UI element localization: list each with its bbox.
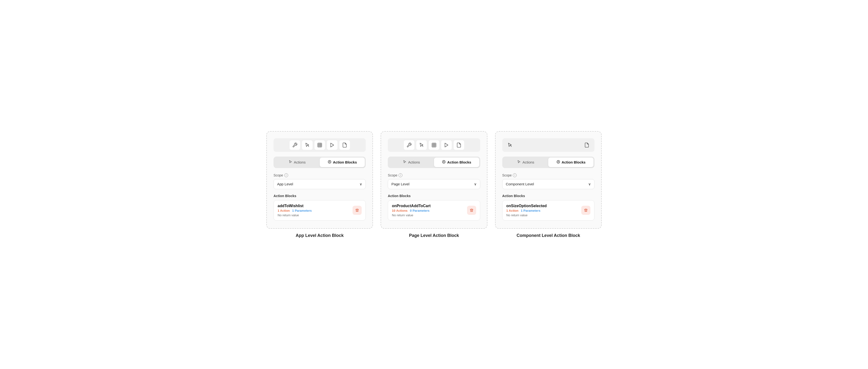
tab-actions-component[interactable]: Actions [503, 158, 549, 167]
block-card-app: addToWishlist 1 Action 1 Parameters No r… [274, 200, 366, 221]
action-blocks-tab-icon-app [328, 160, 332, 165]
scope-label-component: Scope i [502, 173, 594, 177]
section-label-app: Action Blocks [274, 194, 366, 198]
scope-info-icon-page: i [399, 173, 402, 177]
tab-actions-page[interactable]: Actions [389, 158, 434, 167]
delete-btn-app[interactable] [352, 206, 362, 215]
app-level-panel-wrapper: Actions Action Blocks Scope i App Level … [266, 131, 373, 238]
block-return-app: No return value [278, 214, 312, 217]
scope-select-page[interactable]: Page Level ∨ [388, 179, 480, 189]
table-toolbar-btn-app[interactable] [314, 140, 325, 150]
scope-select-app[interactable]: App Level ∨ [274, 179, 366, 189]
block-info-app: addToWishlist 1 Action 1 Parameters No r… [278, 204, 312, 217]
file-toolbar-btn-component[interactable] [582, 140, 592, 150]
tab-actions-label-page: Actions [408, 160, 420, 164]
scope-value-page: Page Level [391, 182, 409, 186]
block-params-count-component: 1 Parameters [521, 209, 540, 212]
block-card-page: onProductAddToCart 10 Actions 0 Paramete… [388, 200, 480, 221]
chevron-icon-component: ∨ [588, 182, 591, 186]
actions-tab-icon-component [517, 160, 521, 165]
scope-info-icon-app: i [284, 173, 288, 177]
wrench-toolbar-btn-page[interactable] [404, 140, 414, 150]
block-info-page: onProductAddToCart 10 Actions 0 Paramete… [392, 204, 430, 217]
tab-actions-app[interactable]: Actions [275, 158, 320, 167]
main-container: Actions Action Blocks Scope i App Level … [266, 131, 602, 238]
svg-rect-9 [432, 143, 436, 147]
tab-action-blocks-app[interactable]: Action Blocks [320, 158, 365, 167]
table-toolbar-btn-page[interactable] [429, 140, 439, 150]
scope-info-icon-component: i [513, 173, 517, 177]
chevron-icon-page: ∨ [474, 182, 477, 186]
svg-marker-6 [331, 143, 334, 147]
svg-line-0 [308, 145, 309, 146]
file-toolbar-btn-page[interactable] [454, 140, 464, 150]
component-level-caption: Component Level Action Block [517, 233, 580, 238]
wrench-toolbar-btn-app[interactable] [289, 140, 300, 150]
play-toolbar-btn-page[interactable] [441, 140, 452, 150]
block-actions-count-app: 1 Action [278, 209, 290, 212]
block-return-page: No return value [392, 214, 430, 217]
section-label-page: Action Blocks [388, 194, 480, 198]
tab-switcher-page: Actions Action Blocks [388, 157, 480, 168]
svg-marker-14 [445, 143, 448, 147]
scope-select-component[interactable]: Component Level ∨ [502, 179, 594, 189]
cursor-toolbar-btn-component[interactable] [505, 140, 515, 150]
page-level-panel-wrapper: Actions Action Blocks Scope i Page Level… [380, 131, 487, 238]
toolbar-component [502, 138, 594, 152]
actions-tab-icon-app [289, 160, 292, 165]
tab-actions-label-component: Actions [522, 160, 534, 164]
block-name-app: addToWishlist [278, 204, 312, 208]
app-level-caption: App Level Action Block [296, 233, 343, 238]
block-return-component: No return value [506, 214, 547, 217]
block-card-component: onSizeOptionSelected 1 Action 1 Paramete… [502, 200, 594, 221]
play-toolbar-btn-app[interactable] [327, 140, 338, 150]
section-label-component: Action Blocks [502, 194, 594, 198]
cursor-toolbar-btn-app[interactable] [302, 140, 313, 150]
svg-line-16 [510, 145, 512, 146]
block-name-component: onSizeOptionSelected [506, 204, 547, 208]
block-params-count-page: 0 Parameters [410, 209, 430, 212]
scope-label-page: Scope i [388, 173, 480, 177]
block-name-page: onProductAddToCart [392, 204, 430, 208]
tab-switcher-component: Actions Action Blocks [502, 157, 594, 168]
action-blocks-tab-icon-component [556, 160, 560, 165]
page-level-caption: Page Level Action Block [409, 233, 459, 238]
tab-action-blocks-page[interactable]: Action Blocks [434, 158, 479, 167]
block-info-component: onSizeOptionSelected 1 Action 1 Paramete… [506, 204, 547, 217]
tab-action-blocks-label-component: Action Blocks [562, 160, 586, 164]
scope-value-component: Component Level [506, 182, 534, 186]
action-blocks-tab-icon-page [442, 160, 446, 165]
svg-rect-1 [318, 143, 322, 147]
toolbar-app [274, 138, 366, 152]
tab-action-blocks-label-page: Action Blocks [447, 160, 471, 164]
tab-action-blocks-label-app: Action Blocks [333, 160, 357, 164]
block-meta-app: 1 Action 1 Parameters [278, 209, 312, 212]
tab-actions-label-app: Actions [294, 160, 306, 164]
block-meta-page: 10 Actions 0 Parameters [392, 209, 430, 212]
page-level-panel: Actions Action Blocks Scope i Page Level… [380, 131, 487, 229]
chevron-icon-app: ∨ [360, 182, 362, 186]
block-params-count-app: 1 Parameters [292, 209, 312, 212]
delete-btn-page[interactable] [467, 206, 476, 215]
actions-tab-icon-page [403, 160, 407, 165]
scope-value-app: App Level [277, 182, 293, 186]
toolbar-page [388, 138, 480, 152]
file-toolbar-btn-app[interactable] [339, 140, 350, 150]
component-level-panel-wrapper: Actions Action Blocks Scope i Component … [495, 131, 602, 238]
svg-line-8 [422, 145, 423, 146]
cursor-toolbar-btn-page[interactable] [416, 140, 427, 150]
tab-action-blocks-component[interactable]: Action Blocks [548, 158, 593, 167]
tab-switcher-app: Actions Action Blocks [274, 157, 366, 168]
component-level-panel: Actions Action Blocks Scope i Component … [495, 131, 602, 229]
scope-label-app: Scope i [274, 173, 366, 177]
block-actions-count-component: 1 Action [506, 209, 519, 212]
app-level-panel: Actions Action Blocks Scope i App Level … [266, 131, 373, 229]
block-meta-component: 1 Action 1 Parameters [506, 209, 547, 212]
block-actions-count-page: 10 Actions [392, 209, 407, 212]
delete-btn-component[interactable] [581, 206, 590, 215]
